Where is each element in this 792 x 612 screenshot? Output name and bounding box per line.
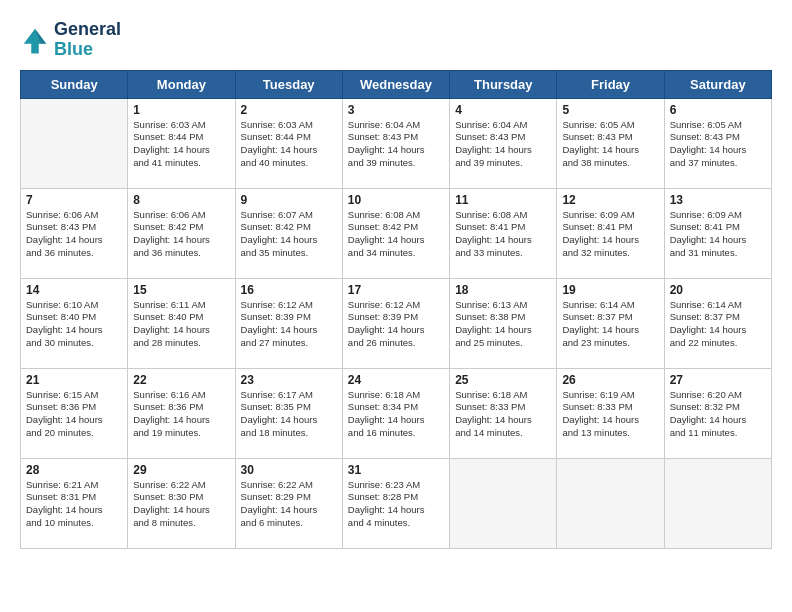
calendar-cell: 9Sunrise: 6:07 AMSunset: 8:42 PMDaylight… [235, 188, 342, 278]
cell-content: Sunrise: 6:12 AMSunset: 8:39 PMDaylight:… [348, 299, 444, 350]
calendar-cell: 14Sunrise: 6:10 AMSunset: 8:40 PMDayligh… [21, 278, 128, 368]
week-row-2: 7Sunrise: 6:06 AMSunset: 8:43 PMDaylight… [21, 188, 772, 278]
day-number: 15 [133, 283, 229, 297]
cell-content: Sunrise: 6:09 AMSunset: 8:41 PMDaylight:… [562, 209, 658, 260]
calendar-cell: 13Sunrise: 6:09 AMSunset: 8:41 PMDayligh… [664, 188, 771, 278]
day-number: 26 [562, 373, 658, 387]
weekday-header-wednesday: Wednesday [342, 70, 449, 98]
calendar-cell: 16Sunrise: 6:12 AMSunset: 8:39 PMDayligh… [235, 278, 342, 368]
cell-content: Sunrise: 6:11 AMSunset: 8:40 PMDaylight:… [133, 299, 229, 350]
day-number: 20 [670, 283, 766, 297]
calendar-cell: 4Sunrise: 6:04 AMSunset: 8:43 PMDaylight… [450, 98, 557, 188]
cell-content: Sunrise: 6:15 AMSunset: 8:36 PMDaylight:… [26, 389, 122, 440]
day-number: 28 [26, 463, 122, 477]
weekday-header-saturday: Saturday [664, 70, 771, 98]
calendar-cell: 31Sunrise: 6:23 AMSunset: 8:28 PMDayligh… [342, 458, 449, 548]
cell-content: Sunrise: 6:09 AMSunset: 8:41 PMDaylight:… [670, 209, 766, 260]
cell-content: Sunrise: 6:07 AMSunset: 8:42 PMDaylight:… [241, 209, 337, 260]
day-number: 1 [133, 103, 229, 117]
day-number: 18 [455, 283, 551, 297]
day-number: 4 [455, 103, 551, 117]
weekday-header-sunday: Sunday [21, 70, 128, 98]
cell-content: Sunrise: 6:08 AMSunset: 8:41 PMDaylight:… [455, 209, 551, 260]
day-number: 21 [26, 373, 122, 387]
logo-text: General Blue [54, 20, 121, 60]
calendar-cell: 1Sunrise: 6:03 AMSunset: 8:44 PMDaylight… [128, 98, 235, 188]
cell-content: Sunrise: 6:18 AMSunset: 8:33 PMDaylight:… [455, 389, 551, 440]
cell-content: Sunrise: 6:21 AMSunset: 8:31 PMDaylight:… [26, 479, 122, 530]
cell-content: Sunrise: 6:04 AMSunset: 8:43 PMDaylight:… [348, 119, 444, 170]
day-number: 13 [670, 193, 766, 207]
day-number: 17 [348, 283, 444, 297]
calendar-cell: 24Sunrise: 6:18 AMSunset: 8:34 PMDayligh… [342, 368, 449, 458]
cell-content: Sunrise: 6:19 AMSunset: 8:33 PMDaylight:… [562, 389, 658, 440]
logo-icon [20, 25, 50, 55]
cell-content: Sunrise: 6:05 AMSunset: 8:43 PMDaylight:… [562, 119, 658, 170]
cell-content: Sunrise: 6:22 AMSunset: 8:29 PMDaylight:… [241, 479, 337, 530]
weekday-header-row: SundayMondayTuesdayWednesdayThursdayFrid… [21, 70, 772, 98]
day-number: 19 [562, 283, 658, 297]
calendar-cell: 25Sunrise: 6:18 AMSunset: 8:33 PMDayligh… [450, 368, 557, 458]
calendar-cell: 15Sunrise: 6:11 AMSunset: 8:40 PMDayligh… [128, 278, 235, 368]
cell-content: Sunrise: 6:03 AMSunset: 8:44 PMDaylight:… [133, 119, 229, 170]
cell-content: Sunrise: 6:18 AMSunset: 8:34 PMDaylight:… [348, 389, 444, 440]
calendar-cell [557, 458, 664, 548]
calendar-cell: 12Sunrise: 6:09 AMSunset: 8:41 PMDayligh… [557, 188, 664, 278]
cell-content: Sunrise: 6:05 AMSunset: 8:43 PMDaylight:… [670, 119, 766, 170]
cell-content: Sunrise: 6:20 AMSunset: 8:32 PMDaylight:… [670, 389, 766, 440]
weekday-header-friday: Friday [557, 70, 664, 98]
day-number: 3 [348, 103, 444, 117]
day-number: 10 [348, 193, 444, 207]
day-number: 7 [26, 193, 122, 207]
cell-content: Sunrise: 6:13 AMSunset: 8:38 PMDaylight:… [455, 299, 551, 350]
week-row-4: 21Sunrise: 6:15 AMSunset: 8:36 PMDayligh… [21, 368, 772, 458]
day-number: 11 [455, 193, 551, 207]
day-number: 31 [348, 463, 444, 477]
cell-content: Sunrise: 6:14 AMSunset: 8:37 PMDaylight:… [562, 299, 658, 350]
weekday-header-tuesday: Tuesday [235, 70, 342, 98]
cell-content: Sunrise: 6:23 AMSunset: 8:28 PMDaylight:… [348, 479, 444, 530]
calendar-cell: 21Sunrise: 6:15 AMSunset: 8:36 PMDayligh… [21, 368, 128, 458]
calendar-cell: 8Sunrise: 6:06 AMSunset: 8:42 PMDaylight… [128, 188, 235, 278]
day-number: 29 [133, 463, 229, 477]
cell-content: Sunrise: 6:22 AMSunset: 8:30 PMDaylight:… [133, 479, 229, 530]
calendar-table: SundayMondayTuesdayWednesdayThursdayFrid… [20, 70, 772, 549]
day-number: 27 [670, 373, 766, 387]
week-row-3: 14Sunrise: 6:10 AMSunset: 8:40 PMDayligh… [21, 278, 772, 368]
cell-content: Sunrise: 6:10 AMSunset: 8:40 PMDaylight:… [26, 299, 122, 350]
day-number: 8 [133, 193, 229, 207]
day-number: 9 [241, 193, 337, 207]
calendar-cell: 22Sunrise: 6:16 AMSunset: 8:36 PMDayligh… [128, 368, 235, 458]
calendar-cell: 20Sunrise: 6:14 AMSunset: 8:37 PMDayligh… [664, 278, 771, 368]
cell-content: Sunrise: 6:17 AMSunset: 8:35 PMDaylight:… [241, 389, 337, 440]
calendar-cell: 5Sunrise: 6:05 AMSunset: 8:43 PMDaylight… [557, 98, 664, 188]
calendar-cell: 11Sunrise: 6:08 AMSunset: 8:41 PMDayligh… [450, 188, 557, 278]
day-number: 6 [670, 103, 766, 117]
day-number: 12 [562, 193, 658, 207]
cell-content: Sunrise: 6:06 AMSunset: 8:42 PMDaylight:… [133, 209, 229, 260]
cell-content: Sunrise: 6:12 AMSunset: 8:39 PMDaylight:… [241, 299, 337, 350]
calendar-cell: 26Sunrise: 6:19 AMSunset: 8:33 PMDayligh… [557, 368, 664, 458]
calendar-cell [450, 458, 557, 548]
cell-content: Sunrise: 6:16 AMSunset: 8:36 PMDaylight:… [133, 389, 229, 440]
day-number: 5 [562, 103, 658, 117]
cell-content: Sunrise: 6:04 AMSunset: 8:43 PMDaylight:… [455, 119, 551, 170]
calendar-cell: 10Sunrise: 6:08 AMSunset: 8:42 PMDayligh… [342, 188, 449, 278]
calendar-cell: 6Sunrise: 6:05 AMSunset: 8:43 PMDaylight… [664, 98, 771, 188]
cell-content: Sunrise: 6:14 AMSunset: 8:37 PMDaylight:… [670, 299, 766, 350]
page-header: General Blue [20, 20, 772, 60]
calendar-cell: 30Sunrise: 6:22 AMSunset: 8:29 PMDayligh… [235, 458, 342, 548]
day-number: 30 [241, 463, 337, 477]
calendar-cell: 19Sunrise: 6:14 AMSunset: 8:37 PMDayligh… [557, 278, 664, 368]
calendar-cell: 28Sunrise: 6:21 AMSunset: 8:31 PMDayligh… [21, 458, 128, 548]
day-number: 22 [133, 373, 229, 387]
day-number: 24 [348, 373, 444, 387]
calendar-cell: 7Sunrise: 6:06 AMSunset: 8:43 PMDaylight… [21, 188, 128, 278]
day-number: 25 [455, 373, 551, 387]
cell-content: Sunrise: 6:03 AMSunset: 8:44 PMDaylight:… [241, 119, 337, 170]
day-number: 2 [241, 103, 337, 117]
calendar-cell: 18Sunrise: 6:13 AMSunset: 8:38 PMDayligh… [450, 278, 557, 368]
week-row-1: 1Sunrise: 6:03 AMSunset: 8:44 PMDaylight… [21, 98, 772, 188]
day-number: 16 [241, 283, 337, 297]
calendar-cell: 2Sunrise: 6:03 AMSunset: 8:44 PMDaylight… [235, 98, 342, 188]
